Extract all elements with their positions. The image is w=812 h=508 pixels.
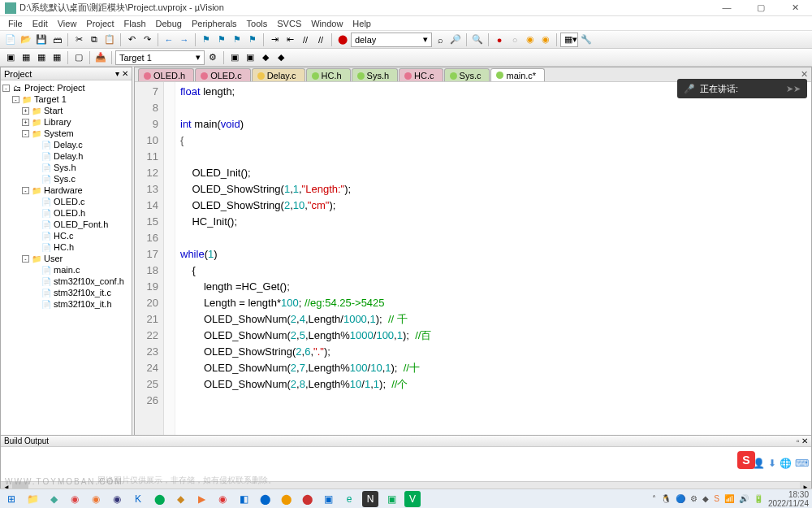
rebuild-icon[interactable]: ▦ [34, 50, 49, 65]
menu-item-peripherals[interactable]: Peripherals [187, 19, 242, 28]
bookmark4-icon[interactable]: ⚑ [245, 33, 260, 47]
file-tab[interactable]: main.c* [490, 68, 545, 82]
tray-icon1[interactable]: 🔵 [676, 494, 685, 503]
tree-file[interactable]: 📄HC.c [2, 230, 130, 241]
file-tab[interactable]: Delay.c [252, 68, 305, 82]
config-icon[interactable]: 🔧 [579, 33, 594, 47]
tray-icon3[interactable]: ◆ [702, 494, 709, 503]
start-icon[interactable]: ⊞ [3, 491, 19, 507]
file-tab[interactable]: HC.c [399, 68, 443, 82]
tree-file[interactable]: 📄Delay.c [2, 139, 130, 150]
copy-icon[interactable]: ⧉ [87, 33, 102, 47]
tray-clock[interactable]: 18:30 2022/11/24 [768, 490, 809, 508]
tree-file[interactable]: 📄stm32f10x_conf.h [2, 276, 130, 287]
close-button[interactable]: ✕ [783, 2, 807, 13]
voice-overlay[interactable]: 🎤 正在讲话: ➤➤ [677, 79, 807, 98]
overlay-arrows-icon[interactable]: ➤➤ [786, 84, 801, 94]
debug-icon[interactable]: 🔍 [470, 33, 485, 47]
task-app13-icon[interactable]: ⬤ [299, 491, 315, 507]
tree-file[interactable]: 📄HC.h [2, 241, 130, 253]
assist-icons[interactable]: 👤⬇🌐⌨ [753, 458, 809, 469]
bookmark2-icon[interactable]: ⚑ [214, 33, 229, 47]
findinfile-icon[interactable]: 🔎 [448, 33, 463, 47]
task-app4-icon[interactable]: ◉ [109, 491, 125, 507]
task-app14-icon[interactable]: ▣ [320, 491, 336, 507]
tree-file[interactable]: 📄Sys.c [2, 173, 130, 185]
tray-wifi-icon[interactable]: 📶 [724, 494, 734, 503]
batch-icon[interactable]: ▦ [50, 50, 64, 65]
manage-icon[interactable]: ▣ [227, 50, 242, 65]
task-app15-icon[interactable]: N [362, 491, 378, 507]
tray-qq-icon[interactable]: 🐧 [661, 494, 671, 503]
tree-file[interactable]: 📄Delay.h [2, 150, 130, 162]
outdent-icon[interactable]: ⇤ [283, 33, 297, 47]
comment-icon[interactable]: // [298, 33, 313, 47]
task-app3-icon[interactable]: ◉ [88, 491, 104, 507]
new-icon[interactable]: 📄 [3, 33, 18, 47]
options-icon[interactable]: ⚙ [205, 50, 220, 65]
manage2-icon[interactable]: ▣ [243, 50, 257, 65]
menu-item-svcs[interactable]: SVCS [272, 19, 306, 28]
menu-item-help[interactable]: Help [348, 19, 376, 28]
task-app2-icon[interactable]: ◉ [67, 491, 83, 507]
find-icon[interactable]: ⌕ [433, 33, 447, 47]
tree-root[interactable]: -🗂Project: Project [2, 82, 130, 93]
project-panel-close-icon[interactable]: ▾ ✕ [115, 69, 128, 78]
macro-icon[interactable]: ⬤ [335, 33, 350, 47]
tray-icon4[interactable]: S [714, 494, 719, 503]
cut-icon[interactable]: ✂ [71, 33, 86, 47]
undo-icon[interactable]: ↶ [124, 33, 139, 47]
menu-item-tools[interactable]: Tools [242, 19, 273, 28]
bp-disable-icon[interactable]: ○ [508, 33, 522, 47]
menu-item-edit[interactable]: Edit [28, 19, 53, 28]
tree-file[interactable]: 📄OLED_Font.h [2, 219, 130, 230]
tree-target[interactable]: -📁Target 1 [2, 93, 130, 105]
paste-icon[interactable]: 📋 [102, 33, 117, 47]
bookmark3-icon[interactable]: ⚑ [230, 33, 244, 47]
task-app10-icon[interactable]: ◧ [235, 491, 252, 507]
file-tab[interactable]: OLED.c [195, 68, 251, 82]
menu-item-view[interactable]: View [53, 19, 82, 28]
find-combo[interactable]: delay ▾ [351, 33, 432, 47]
task-explorer-icon[interactable]: 📁 [24, 491, 41, 507]
redo-icon[interactable]: ↷ [140, 33, 154, 47]
task-app9-icon[interactable]: ◉ [214, 491, 231, 507]
manage3-icon[interactable]: ◆ [258, 50, 273, 65]
tree-group-start[interactable]: +📁Start [2, 105, 130, 116]
bp-killall-icon[interactable]: ◉ [538, 33, 553, 47]
indent-icon[interactable]: ⇥ [267, 33, 282, 47]
task-uvision-icon[interactable]: V [404, 491, 421, 507]
tree-file[interactable]: 📄stm32f10x_it.h [2, 298, 130, 310]
tray-volume-icon[interactable]: 🔊 [739, 494, 749, 503]
uncomment-icon[interactable]: // [313, 33, 328, 47]
menu-item-project[interactable]: Project [81, 19, 119, 28]
tree-group-hardware[interactable]: -📁Hardware [2, 185, 130, 196]
task-edge-icon[interactable]: e [341, 491, 357, 507]
task-app11-icon[interactable]: ⬤ [257, 491, 273, 507]
open-icon[interactable]: 📂 [19, 33, 33, 47]
forward-icon[interactable]: → [177, 33, 192, 47]
maximize-button[interactable]: ▢ [749, 2, 773, 13]
task-app16-icon[interactable]: ▣ [383, 491, 400, 507]
tree-file[interactable]: 📄Sys.h [2, 162, 130, 173]
project-tree[interactable]: -🗂Project: Project-📁Target 1+📁Start+📁Lib… [1, 80, 132, 445]
code-lines[interactable]: float length; int main(void) { OLED_Init… [175, 82, 811, 459]
tree-group-user[interactable]: -📁User [2, 253, 130, 264]
file-tab[interactable]: Sys.c [444, 68, 490, 82]
tray-battery-icon[interactable]: 🔋 [754, 494, 763, 503]
tree-file[interactable]: 📄OLED.h [2, 207, 130, 219]
menu-item-flash[interactable]: Flash [119, 19, 151, 28]
taskbar[interactable]: ⊞ 📁 ◆ ◉ ◉ ◉ K ⬤ ◆ ▶ ◉ ◧ ⬤ ⬤ ⬤ ▣ e N ▣ V … [0, 488, 812, 508]
task-app7-icon[interactable]: ◆ [172, 491, 188, 507]
task-app1-icon[interactable]: ◆ [45, 491, 62, 507]
menu-item-debug[interactable]: Debug [151, 19, 187, 28]
build-output-controls[interactable]: ▫ ✕ [797, 436, 808, 445]
tree-group-system[interactable]: -📁System [2, 128, 130, 139]
manage4-icon[interactable]: ◆ [274, 50, 288, 65]
file-tab[interactable]: OLED.h [138, 68, 194, 82]
task-app5-icon[interactable]: K [130, 491, 146, 507]
tree-file[interactable]: 📄OLED.c [2, 196, 130, 207]
target-combo[interactable]: Target 1 ▾ [115, 50, 205, 65]
tree-group-library[interactable]: +📁Library [2, 116, 130, 128]
stop-icon[interactable]: ▢ [71, 50, 86, 65]
